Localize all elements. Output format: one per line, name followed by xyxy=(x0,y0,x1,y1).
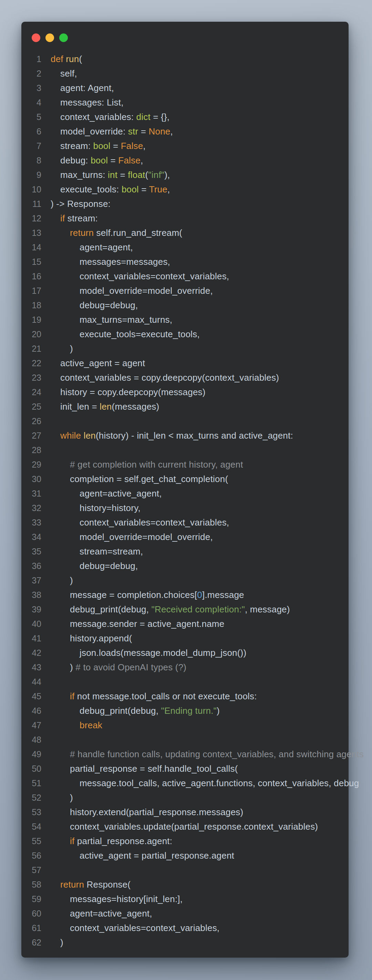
code-line: 11) -> Response: xyxy=(21,197,348,211)
code-token-pl: agent=active_agent, xyxy=(79,488,162,499)
code-token-pl: Response( xyxy=(84,879,131,890)
code-token-pl: json.loads(message.model_dump_json()) xyxy=(79,648,246,658)
code-line-text: debug_print(debug, "Ending turn.") xyxy=(41,703,220,718)
code-line-text: if stream: xyxy=(41,211,98,226)
close-button[interactable] xyxy=(32,33,40,42)
code-line: 6model_override: str = None, xyxy=(21,124,348,138)
code-token-kw: def xyxy=(51,54,63,64)
code-line-text: debug=debug, xyxy=(41,558,138,573)
code-line-text: max_turns=max_turns, xyxy=(41,312,172,327)
line-number: 50 xyxy=(21,761,41,776)
code-token-pl: model_override: xyxy=(60,126,128,137)
code-line-text: message.sender = active_agent.name xyxy=(41,617,224,631)
code-token-com: # get completion with current history, a… xyxy=(70,459,243,470)
line-number: 29 xyxy=(21,457,41,472)
code-line-text: messages: List, xyxy=(41,95,123,110)
line-number: 59 xyxy=(21,892,41,906)
code-line-text: history.append( xyxy=(41,631,132,646)
code-line: 50partial_response = self.handle_tool_ca… xyxy=(21,761,348,776)
code-token-kw: True xyxy=(149,184,168,194)
code-line: 23context_variables = copy.deepcopy(cont… xyxy=(21,370,348,385)
maximize-button[interactable] xyxy=(59,33,68,42)
code-line-text: def run( xyxy=(41,52,82,66)
code-line-text: return Response( xyxy=(41,877,131,892)
code-token-pl: (history) - init_len < max_turns and act… xyxy=(96,430,293,441)
code-token-pl: not message.tool_calls or not execute_to… xyxy=(74,691,256,702)
code-token-pl: partial_response = self.handle_tool_call… xyxy=(70,764,238,774)
code-line-text: context_variables=context_variables, xyxy=(41,269,229,283)
code-line: 51message.tool_calls, active_agent.funct… xyxy=(21,776,348,790)
code-line-text: active_agent = partial_response.agent xyxy=(41,848,234,863)
code-line-text: if partial_response.agent: xyxy=(41,834,172,848)
code-token-str: "Ending turn." xyxy=(161,706,217,716)
code-line: 26 xyxy=(21,414,348,428)
code-line-text: debug: bool = False, xyxy=(41,153,143,168)
code-token-pl: debug=debug, xyxy=(79,300,138,310)
code-line: 61context_variables=context_variables, xyxy=(21,921,348,935)
code-token-pl: agent=active_agent, xyxy=(70,908,152,919)
line-number: 41 xyxy=(21,631,41,646)
code-token-pl: execute_tools: xyxy=(60,184,122,194)
code-line: 36debug=debug, xyxy=(21,558,348,573)
code-token-str: "Received completion:" xyxy=(152,604,245,614)
code-editor-window: 1def run(2self,3agent: Agent,4messages: … xyxy=(21,22,348,958)
code-token-pl: completion = self.get_chat_completion( xyxy=(70,474,228,484)
code-token-pl: message.tool_calls, active_agent.functio… xyxy=(79,778,359,788)
code-line-text: agent: Agent, xyxy=(41,81,114,95)
code-line: 22active_agent = agent xyxy=(21,356,348,370)
code-line-text: stream: bool = False, xyxy=(41,138,146,153)
code-line: 49# handle function calls, updating cont… xyxy=(21,747,348,761)
code-token-pl: ) xyxy=(70,792,73,803)
code-line-text: messages=messages, xyxy=(41,255,170,269)
line-number: 7 xyxy=(21,138,41,153)
code-token-pl: = xyxy=(108,155,118,165)
code-token-pl: partial_response.agent: xyxy=(74,836,172,846)
code-token-pl: , message) xyxy=(245,604,290,614)
code-token-ty: bool xyxy=(122,184,139,194)
code-line: 42json.loads(message.model_dump_json()) xyxy=(21,646,348,660)
code-token-pl: execute_tools=execute_tools, xyxy=(79,329,200,339)
code-token-pl: debug=debug, xyxy=(79,561,138,571)
line-number: 52 xyxy=(21,790,41,805)
code-line: 46debug_print(debug, "Ending turn.") xyxy=(21,703,348,718)
line-number: 48 xyxy=(21,732,41,747)
code-token-kw: if xyxy=(70,691,74,702)
code-token-pl: history=history, xyxy=(79,503,141,513)
code-line: 2self, xyxy=(21,66,348,81)
line-number: 45 xyxy=(21,689,41,703)
code-token-pl: (messages) xyxy=(112,401,160,412)
code-token-pl: history = copy.deepcopy(messages) xyxy=(60,387,206,397)
line-number: 28 xyxy=(21,443,41,457)
line-number: 61 xyxy=(21,921,41,935)
code-token-pl: , xyxy=(141,155,143,165)
code-token-pl: context_variables: xyxy=(60,112,136,122)
code-line-text: context_variables = copy.deepcopy(contex… xyxy=(41,370,279,385)
line-number: 11 xyxy=(21,197,41,211)
code-line: 29# get completion with current history,… xyxy=(21,457,348,472)
code-token-kw: if xyxy=(60,213,65,223)
code-line-text: json.loads(message.model_dump_json()) xyxy=(41,646,246,660)
code-line: 25init_len = len(messages) xyxy=(21,399,348,414)
code-token-pl: ), xyxy=(164,170,170,180)
line-number: 27 xyxy=(21,428,41,443)
line-number: 4 xyxy=(21,95,41,110)
code-line-text: agent=active_agent, xyxy=(41,486,162,501)
line-number: 22 xyxy=(21,356,41,370)
code-token-fn: run xyxy=(66,54,79,64)
code-line: 33context_variables=context_variables, xyxy=(21,515,348,530)
code-token-com: # handle function calls, updating contex… xyxy=(70,749,364,759)
code-line-text: stream=stream, xyxy=(41,544,143,558)
code-line: 53history.extend(partial_response.messag… xyxy=(21,805,348,819)
line-number: 31 xyxy=(21,486,41,501)
line-number: 55 xyxy=(21,834,41,848)
minimize-button[interactable] xyxy=(46,33,54,42)
window-titlebar xyxy=(21,22,348,52)
code-line: 13return self.run_and_stream( xyxy=(21,226,348,240)
code-line-text: execute_tools=execute_tools, xyxy=(41,327,200,341)
code-line: 27while len(history) - init_len < max_tu… xyxy=(21,428,348,443)
code-line-text: model_override: str = None, xyxy=(41,124,173,138)
code-token-kw: None xyxy=(149,126,171,137)
code-line: 55if partial_response.agent: xyxy=(21,834,348,848)
code-token-kw: False xyxy=(118,155,141,165)
code-token-pl: debug: xyxy=(60,155,90,165)
